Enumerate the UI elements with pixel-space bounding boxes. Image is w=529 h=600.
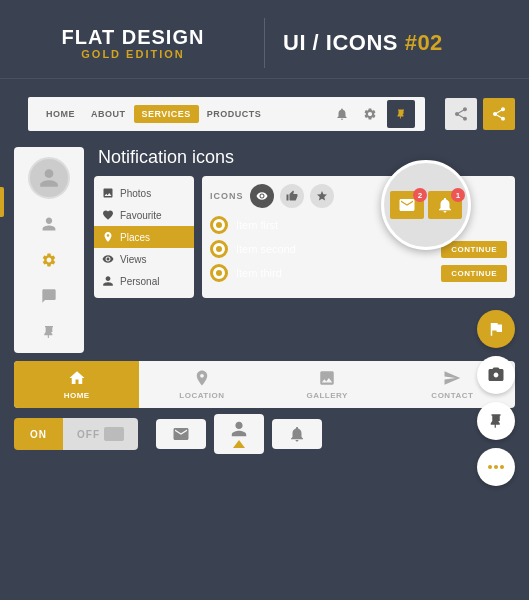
share-area <box>445 98 515 130</box>
header-right: UI / ICONS #02 <box>283 30 509 56</box>
list-dot-inner-3 <box>216 270 222 276</box>
list-item-3: Item third CONTINUE <box>210 264 507 282</box>
dot-3 <box>500 465 504 469</box>
dots-icon <box>488 465 504 469</box>
camera-circle-btn[interactable] <box>477 356 515 394</box>
continue-button-2[interactable]: CONTINUE <box>441 265 507 282</box>
toggle-group: ON OFF <box>14 418 138 450</box>
flag-circle-btn[interactable] <box>477 310 515 348</box>
dot-1 <box>488 465 492 469</box>
bell-badge: 1 <box>451 188 465 202</box>
thumb-icon-btn[interactable] <box>280 184 304 208</box>
notif-icon-envelope[interactable] <box>156 419 206 449</box>
toggle-on[interactable]: ON <box>14 418 63 450</box>
header-title: FLAT DESIGN <box>20 26 246 48</box>
dot-2 <box>494 465 498 469</box>
notif-icon-bell[interactable] <box>272 419 322 449</box>
nav-item-home[interactable]: HOME <box>38 109 83 119</box>
bottom-controls: ON OFF <box>0 414 529 454</box>
magnify-inner: 2 1 <box>390 191 462 219</box>
list-dot-2 <box>210 240 228 258</box>
icons-label: ICONS <box>210 191 244 201</box>
pin-nav-btn[interactable] <box>387 100 415 128</box>
pin-circle-btn[interactable] <box>477 402 515 440</box>
mag-bell-box: 1 <box>428 191 462 219</box>
nav-item-products[interactable]: PRODUCTS <box>199 109 270 119</box>
avatar <box>28 157 70 199</box>
continue-button-1[interactable]: CONTINUE <box>441 241 507 258</box>
toggle-off[interactable]: OFF <box>63 418 138 450</box>
menu-item-views[interactable]: Views <box>94 248 194 270</box>
list-dot-inner-2 <box>216 246 222 252</box>
tab-location-label: LOCATION <box>179 391 224 400</box>
header: FLAT DESIGN GOLD EDITION UI / ICONS #02 <box>0 0 529 79</box>
sidebar-indicator <box>0 187 4 217</box>
mag-envelope-box: 2 <box>390 191 424 219</box>
eye-icon-btn[interactable] <box>250 184 274 208</box>
list-dot-inner-1 <box>216 222 222 228</box>
tab-gallery[interactable]: GALLERY <box>265 361 390 408</box>
menu-list: Photos Favourite Places Views Personal <box>94 176 194 298</box>
bottom-tabs: HOME LOCATION GALLERY CONTACT <box>14 361 515 408</box>
tab-home[interactable]: HOME <box>14 361 139 408</box>
menu-item-places[interactable]: Places <box>94 226 194 248</box>
menu-item-favourite[interactable]: Favourite <box>94 204 194 226</box>
list-item-text-2: Item second <box>236 243 433 255</box>
menu-item-personal[interactable]: Personal <box>94 270 194 292</box>
header-subtitle: GOLD EDITION <box>20 48 246 60</box>
header-right-title: UI / ICONS #02 <box>283 30 509 56</box>
list-dot-1 <box>210 216 228 234</box>
notif-triangle <box>233 440 245 448</box>
sidebar-wrapper <box>14 147 84 353</box>
nav-item-services[interactable]: SERVICES <box>134 105 199 123</box>
notification-title: Notification icons <box>94 147 515 168</box>
star-icon-btn[interactable] <box>310 184 334 208</box>
tab-home-label: HOME <box>64 391 90 400</box>
right-circle-buttons <box>477 310 515 486</box>
toggle-off-inner <box>104 427 124 441</box>
nav-bar: HOME ABOUT SERVICES PRODUCTS <box>28 97 425 131</box>
share-button-2[interactable] <box>483 98 515 130</box>
dots-circle-btn[interactable] <box>477 448 515 486</box>
header-divider <box>264 18 265 68</box>
sidebar-icon-pin[interactable] <box>38 321 60 343</box>
notif-icon-user[interactable] <box>214 414 264 454</box>
bell-icon-btn[interactable] <box>331 103 353 125</box>
list-dot-3 <box>210 264 228 282</box>
envelope-badge: 2 <box>413 188 427 202</box>
magnify-circle: 2 1 <box>381 160 471 250</box>
tab-location[interactable]: LOCATION <box>139 361 264 408</box>
notif-icons-row <box>156 414 515 454</box>
nav-area: HOME ABOUT SERVICES PRODUCTS <box>0 87 529 141</box>
sidebar-icon-chat[interactable] <box>38 285 60 307</box>
menu-item-photos[interactable]: Photos <box>94 182 194 204</box>
nav-item-about[interactable]: ABOUT <box>83 109 134 119</box>
nav-icons <box>331 100 415 128</box>
left-sidebar <box>14 147 84 353</box>
header-left: FLAT DESIGN GOLD EDITION <box>20 26 246 60</box>
sidebar-icon-user[interactable] <box>38 213 60 235</box>
share-button-1[interactable] <box>445 98 477 130</box>
tab-contact-label: CONTACT <box>431 391 473 400</box>
list-item-text-3: Item third <box>236 267 433 279</box>
sidebar-icon-gear[interactable] <box>38 249 60 271</box>
tab-gallery-label: GALLERY <box>306 391 347 400</box>
gear-icon-btn[interactable] <box>359 103 381 125</box>
list-item-2: Item second CONTINUE <box>210 240 507 258</box>
